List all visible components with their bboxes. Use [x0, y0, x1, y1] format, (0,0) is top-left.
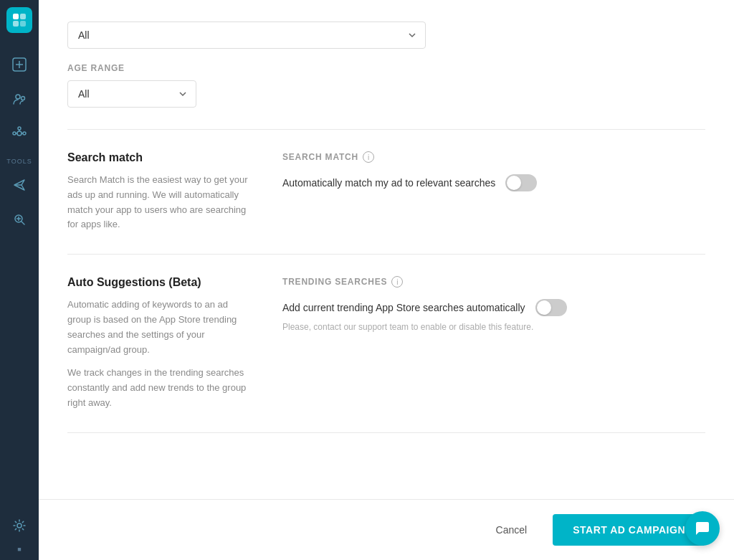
settings-icon	[12, 518, 27, 533]
svg-rect-1	[20, 14, 26, 19]
svg-point-12	[18, 127, 21, 130]
auto-suggestions-desc-1: Automatic adding of keywords to an ad gr…	[67, 298, 254, 357]
sidebar-item-send[interactable]	[6, 172, 32, 198]
chat-bubble[interactable]	[685, 511, 720, 546]
cancel-button[interactable]: Cancel	[485, 517, 539, 543]
gender-select-row: All Male Female	[67, 22, 705, 49]
sidebar-item-add[interactable]	[6, 52, 32, 77]
search-match-toggle-row: Automatically match my ad to relevant se…	[282, 174, 705, 191]
svg-point-21	[17, 523, 22, 528]
svg-rect-0	[13, 14, 19, 19]
sidebar-item-settings[interactable]	[6, 513, 32, 538]
tools-label: TOOLS	[6, 158, 32, 165]
auto-suggestions-desc-2: We track changes in the trending searche…	[67, 366, 254, 410]
search-match-label-row: SEARCH MATCH i	[282, 151, 705, 163]
search-match-section: Search match Search Match is the easiest…	[67, 151, 705, 232]
auto-suggestions-section: Auto Suggestions (Beta) Automatic adding…	[67, 276, 705, 411]
svg-point-8	[22, 97, 25, 100]
svg-rect-3	[20, 21, 26, 27]
svg-line-18	[22, 222, 24, 224]
divider-1	[67, 129, 705, 130]
svg-point-11	[23, 132, 26, 135]
search-match-info-icon[interactable]: i	[363, 151, 374, 163]
search-match-toggle-label: Automatically match my ad to relevant se…	[282, 177, 495, 189]
age-range-section: AGE RANGE All 18-24 25-34 35-44 45-54 55…	[67, 63, 705, 108]
trending-searches-info-icon[interactable]: i	[391, 276, 403, 288]
sidebar-logo[interactable]	[6, 7, 32, 33]
trending-searches-toggle[interactable]	[535, 299, 567, 316]
auto-suggestions-left: Auto Suggestions (Beta) Automatic adding…	[67, 276, 254, 411]
age-range-select[interactable]: All 18-24 25-34 35-44 45-54 55+	[67, 80, 196, 108]
sidebar-item-search-tool[interactable]	[6, 207, 32, 232]
logo-icon	[11, 12, 27, 28]
age-range-label: AGE RANGE	[67, 63, 705, 73]
trending-searches-toggle-row: Add current trending App Store searches …	[282, 299, 705, 316]
content-area: All Male Female AGE RANGE All 18-24 25-3…	[39, 0, 734, 499]
auto-suggestions-heading: Auto Suggestions (Beta)	[67, 276, 254, 289]
divider-3	[67, 432, 705, 433]
divider-2	[67, 254, 705, 255]
support-note: Please, contact our support team to enab…	[282, 322, 705, 332]
add-icon	[12, 57, 27, 72]
sidebar-item-users[interactable]	[6, 86, 32, 112]
auto-suggestions-right: TRENDING SEARCHES i Add current trending…	[282, 276, 705, 411]
search-match-heading: Search match	[67, 151, 254, 164]
svg-point-9	[17, 131, 22, 136]
trending-searches-label-row: TRENDING SEARCHES i	[282, 276, 705, 288]
svg-point-10	[13, 132, 16, 135]
search-match-field-label: SEARCH MATCH	[282, 152, 358, 162]
start-campaign-button[interactable]: START AD CAMPAIGN	[553, 514, 705, 546]
sidebar: TOOLS ■	[0, 0, 39, 560]
trending-searches-toggle-label: Add current trending App Store searches …	[282, 302, 525, 313]
send-icon	[12, 178, 27, 192]
sidebar-bottom: ■	[6, 508, 32, 553]
sidebar-bottom-label: ■	[17, 546, 21, 553]
svg-rect-2	[13, 21, 19, 27]
search-tool-icon	[12, 212, 27, 227]
main-content: All Male Female AGE RANGE All 18-24 25-3…	[39, 0, 734, 560]
search-match-toggle[interactable]	[505, 174, 537, 191]
search-match-desc: Search Match is the easiest way to get y…	[67, 173, 254, 232]
network-icon	[12, 126, 27, 141]
search-match-right: SEARCH MATCH i Automatically match my ad…	[282, 151, 705, 232]
search-match-left: Search match Search Match is the easiest…	[67, 151, 254, 232]
users-icon	[12, 92, 27, 106]
chat-icon	[694, 520, 711, 537]
svg-point-7	[16, 95, 20, 99]
sidebar-item-network[interactable]	[6, 120, 32, 146]
gender-select[interactable]: All Male Female	[67, 22, 426, 49]
footer: Cancel START AD CAMPAIGN	[39, 499, 734, 560]
trending-searches-field-label: TRENDING SEARCHES	[282, 277, 387, 287]
